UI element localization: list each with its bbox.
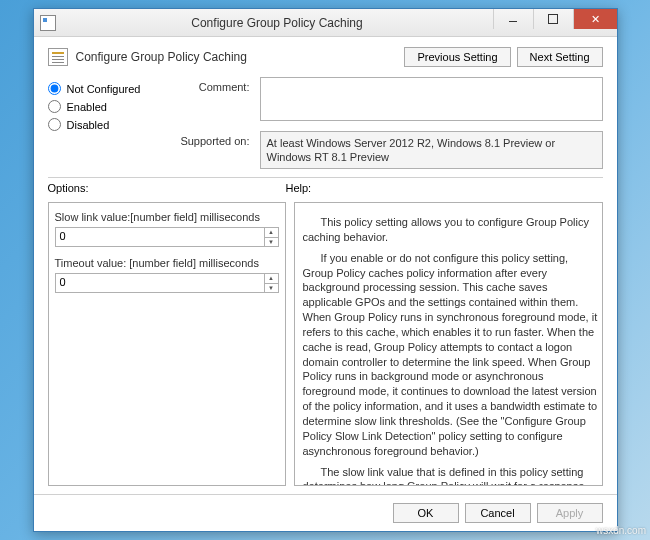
- supported-on-label: Supported on:: [168, 131, 260, 169]
- radio-not-configured[interactable]: Not Configured: [48, 82, 168, 95]
- slow-link-label: Slow link value:[number field] milliseco…: [55, 211, 279, 223]
- help-paragraph-3: The slow link value that is defined in t…: [303, 465, 598, 487]
- apply-button[interactable]: Apply: [537, 503, 603, 523]
- radio-not-configured-input[interactable]: [48, 82, 61, 95]
- timeout-up-icon[interactable]: ▲: [265, 274, 278, 284]
- footer: OK Cancel Apply: [34, 494, 617, 531]
- dialog-window: Configure Group Policy Caching Configure…: [33, 8, 618, 532]
- help-pane[interactable]: This policy setting allows you to config…: [294, 202, 603, 486]
- maximize-button[interactable]: [533, 9, 573, 29]
- radio-disabled-label: Disabled: [67, 119, 110, 131]
- cancel-button[interactable]: Cancel: [465, 503, 531, 523]
- help-paragraph-1: This policy setting allows you to config…: [303, 215, 598, 245]
- options-pane: Slow link value:[number field] milliseco…: [48, 202, 286, 486]
- policy-icon: [48, 48, 68, 66]
- state-radio-group: Not Configured Enabled Disabled: [48, 77, 168, 169]
- timeout-value[interactable]: 0: [56, 274, 264, 292]
- timeout-label: Timeout value: [number field] millisecon…: [55, 257, 279, 269]
- radio-not-configured-label: Not Configured: [67, 83, 141, 95]
- page-title: Configure Group Policy Caching: [76, 50, 405, 64]
- next-setting-button[interactable]: Next Setting: [517, 47, 603, 67]
- options-section-label: Options:: [48, 182, 286, 194]
- slow-link-spinner[interactable]: 0 ▲ ▼: [55, 227, 279, 247]
- help-section-label: Help:: [286, 182, 312, 194]
- watermark-text: wsxdn.com: [596, 525, 646, 536]
- radio-disabled-input[interactable]: [48, 118, 61, 131]
- radio-enabled-input[interactable]: [48, 100, 61, 113]
- close-button[interactable]: [573, 9, 617, 29]
- radio-enabled[interactable]: Enabled: [48, 100, 168, 113]
- previous-setting-button[interactable]: Previous Setting: [404, 47, 510, 67]
- titlebar[interactable]: Configure Group Policy Caching: [34, 9, 617, 37]
- ok-button[interactable]: OK: [393, 503, 459, 523]
- app-icon: [40, 15, 56, 31]
- header-row: Configure Group Policy Caching Previous …: [34, 37, 617, 73]
- comment-field[interactable]: [260, 77, 603, 121]
- radio-enabled-label: Enabled: [67, 101, 107, 113]
- minimize-button[interactable]: [493, 9, 533, 29]
- window-title: Configure Group Policy Caching: [62, 16, 493, 30]
- timeout-down-icon[interactable]: ▼: [265, 284, 278, 293]
- slow-link-up-icon[interactable]: ▲: [265, 228, 278, 238]
- supported-on-field: At least Windows Server 2012 R2, Windows…: [260, 131, 603, 169]
- slow-link-down-icon[interactable]: ▼: [265, 238, 278, 247]
- help-paragraph-2: If you enable or do not configure this p…: [303, 251, 598, 459]
- radio-disabled[interactable]: Disabled: [48, 118, 168, 131]
- slow-link-value[interactable]: 0: [56, 228, 264, 246]
- timeout-spinner[interactable]: 0 ▲ ▼: [55, 273, 279, 293]
- comment-label: Comment:: [168, 77, 260, 123]
